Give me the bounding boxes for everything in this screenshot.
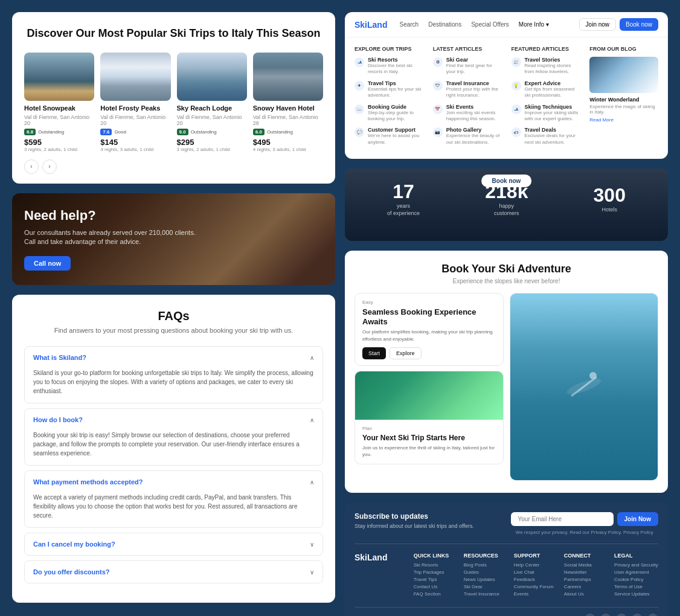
mega-item[interactable]: 🛡 Travel Insurance Protect your trip wit…	[433, 80, 502, 99]
footer-link[interactable]: Live Chat	[514, 569, 558, 575]
footer-link[interactable]: Trip Packages	[414, 569, 458, 575]
hotels-grid: Hotel Snowpeak Val di Fienme, San Antoni…	[24, 53, 323, 152]
book-now-stats-button[interactable]: Book now	[481, 175, 532, 187]
faq-title: FAQs	[24, 309, 323, 323]
hotel-location-1: Val di Fienme, San Antonio 20	[24, 114, 94, 126]
email-input[interactable]	[511, 512, 614, 526]
footer-link[interactable]: Guides	[464, 569, 508, 575]
mega-item[interactable]: 🎿 Ski Resorts Discover the best ski reso…	[354, 57, 423, 75]
hotel-nights-2: 4 nights, 3 adults, 1 child	[100, 147, 170, 152]
footer-link[interactable]: FAQ Section	[414, 591, 458, 597]
faq-question-2[interactable]: How do I book? ∧	[25, 409, 322, 431]
faq-answer-3: We accept a variety of payment methods i…	[25, 493, 322, 527]
call-now-button[interactable]: Call now	[24, 256, 71, 271]
expert-advice-icon: 💡	[512, 81, 521, 91]
footer-link[interactable]: Social Media	[564, 562, 608, 568]
mega-item[interactable]: 🎿 Skiing Techniques Improve your skiing …	[512, 104, 580, 123]
footer-link[interactable]: Service Updates	[614, 591, 658, 597]
join-now-footer-button[interactable]: Join Now	[617, 512, 658, 526]
mega-item[interactable]: 🏷 Travel Deals Exclusive deals for your …	[512, 127, 580, 146]
mega-item[interactable]: 📷 Photo Gallery Experience the beauty of…	[433, 127, 502, 146]
nav-link-search[interactable]: Search	[399, 21, 419, 28]
hotel-name-4: Snowy Haven Hotel	[253, 104, 323, 112]
faq-chevron-1: ∧	[310, 355, 314, 361]
ski-events-icon: 📅	[433, 104, 443, 114]
booking-guide-icon: 📖	[354, 104, 364, 114]
instagram-icon[interactable]: ◎	[600, 614, 611, 617]
footer-link[interactable]: Community Forum	[514, 584, 558, 589]
booking-deals-card: Discover Unbeatable Deals for Ski Enthus…	[510, 293, 659, 480]
mega-item[interactable]: 📅 Ski Events Join exciting ski events ha…	[433, 104, 502, 123]
mega-item[interactable]: 💡 Expert Advice Get tips from seasoned s…	[512, 80, 580, 99]
faq-question-5[interactable]: Do you offer discounts? ∨	[25, 561, 322, 583]
nav-link-destinations[interactable]: Destinations	[428, 21, 461, 28]
booking-deals-image	[510, 294, 658, 480]
footer-link[interactable]: Travel Tips	[414, 577, 458, 582]
footer-link[interactable]: Partnerships	[564, 577, 608, 582]
footer-link[interactable]: Travel Insurance	[464, 591, 508, 597]
footer-link[interactable]: About Us	[564, 591, 608, 597]
travel-deals-icon: 🏷	[512, 127, 521, 137]
footer-link[interactable]: Cookie Policy	[614, 577, 658, 582]
faq-question-4[interactable]: Can I cancel my booking? ∨	[25, 533, 322, 555]
faq-question-3[interactable]: What payment methods accepted? ∧	[25, 471, 322, 493]
subscribe-desc: Stay informed about our latest ski trips…	[354, 523, 474, 529]
linkedin-icon[interactable]: in	[632, 614, 643, 617]
youtube-icon[interactable]: ▶	[647, 614, 658, 617]
footer-link[interactable]: Privacy and Security	[614, 562, 658, 568]
book-now-button[interactable]: Book now	[620, 18, 658, 31]
plan-tag: Plan	[362, 426, 496, 431]
booking-subtitle: Experience the slopes like never before!	[354, 278, 658, 284]
mega-item[interactable]: 📰 Travel Stories Read inspiring stories …	[512, 57, 580, 75]
footer-link[interactable]: Feedback	[514, 577, 558, 582]
site-logo[interactable]: SkiLand	[354, 20, 387, 30]
hotel-price-1: $595	[24, 138, 94, 147]
footer-link[interactable]: Newsletter	[564, 569, 608, 575]
hotel-image-1	[24, 53, 94, 101]
hotel-item[interactable]: Snowy Haven Hotel Val di Fienme, San Ant…	[253, 53, 323, 152]
hotel-rating-row-4: 8.0 Outstanding	[253, 129, 323, 135]
mega-col-title-3: Featured Articles	[512, 46, 580, 52]
footer-link[interactable]: Careers	[564, 584, 608, 589]
faq-item-3: What payment methods accepted? ∧ We acce…	[24, 470, 323, 528]
facebook-icon[interactable]: f	[585, 614, 595, 617]
twitter-x-icon[interactable]: ✕	[616, 614, 627, 617]
read-more-link[interactable]: Read More	[589, 117, 658, 123]
footer-subscribe: Subscribe to updates Stay informed about…	[354, 512, 658, 544]
mega-item[interactable]: 📖 Booking Guide Step-by-step guide to bo…	[354, 104, 423, 123]
footer-link[interactable]: User Agreement	[614, 569, 658, 575]
prev-button[interactable]: ‹	[24, 159, 39, 174]
explore-button[interactable]: Explore	[390, 347, 422, 359]
hotel-item[interactable]: Hotel Frosty Peaks Val di Fienme, San An…	[100, 53, 170, 152]
hotel-name-3: Sky Reach Lodge	[177, 104, 247, 112]
hotel-item[interactable]: Sky Reach Lodge Val di Fienme, San Anton…	[177, 53, 247, 152]
faq-question-1[interactable]: What is Skiland? ∧	[25, 347, 322, 368]
footer-link[interactable]: News Updates	[464, 577, 508, 582]
nav-more[interactable]: More Info ▾	[519, 21, 549, 28]
start-button[interactable]: Start	[362, 347, 386, 359]
hotel-image-4	[253, 53, 323, 101]
mega-item[interactable]: ✈ Travel Tips Essential tips for your sk…	[354, 80, 423, 99]
mega-item-title: Ski Resorts	[368, 57, 423, 63]
footer-link[interactable]: Ski Resorts	[414, 562, 458, 568]
mega-item[interactable]: 💬 Customer Support We're here to assist …	[354, 127, 423, 146]
footer-link[interactable]: Terms of Use	[614, 584, 658, 589]
footer-link[interactable]: Ski Gear	[464, 584, 508, 589]
hotel-item[interactable]: Hotel Snowpeak Val di Fienme, San Antoni…	[24, 53, 94, 152]
mega-item-title: Customer Support	[368, 127, 423, 133]
join-now-button[interactable]: Join now	[579, 18, 616, 31]
footer-link[interactable]: Help Center	[514, 562, 558, 568]
ski-card-nav: ‹ ›	[24, 159, 323, 174]
next-button[interactable]: ›	[42, 159, 57, 174]
nav-link-special-offers[interactable]: Special Offers	[471, 21, 509, 28]
mega-item-desc: Essential tips for your ski adventure.	[368, 86, 423, 99]
mega-item[interactable]: ⚙ Ski Gear Find the best gear for your t…	[433, 57, 502, 75]
faq-answer-1: Skiland is your go-to platform for booki…	[25, 368, 322, 403]
rating-label-4: Outstanding	[267, 129, 293, 135]
faq-q-text-2: How do I book?	[33, 416, 83, 423]
footer-link[interactable]: Events	[514, 591, 558, 597]
stat-label-customers: happycustomers	[485, 203, 528, 217]
footer-link[interactable]: Contact Us	[414, 584, 458, 589]
footer-link[interactable]: Blog Posts	[464, 562, 508, 568]
faq-q-text-4: Can I cancel my booking?	[33, 541, 115, 548]
